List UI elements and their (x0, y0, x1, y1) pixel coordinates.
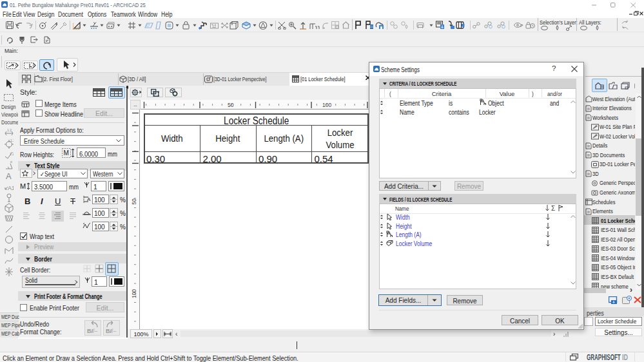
svg-text:1.2: 1.2 (10, 152, 14, 156)
svg-text:100: 100 (131, 289, 137, 298)
svg-text:A: A (87, 196, 91, 202)
svg-text:A: A (6, 171, 12, 181)
svg-text:1.2: 1.2 (10, 139, 14, 142)
svg-text:50: 50 (228, 102, 234, 108)
svg-text:M: M (64, 149, 69, 157)
svg-text:1.2: 1.2 (7, 128, 12, 132)
svg-text:50: 50 (131, 198, 137, 205)
svg-text:12: 12 (212, 24, 216, 28)
svg-text:α: α (10, 161, 12, 164)
svg-text:M: M (20, 182, 26, 190)
svg-text:100: 100 (322, 102, 331, 108)
svg-text:A1: A1 (8, 185, 14, 191)
